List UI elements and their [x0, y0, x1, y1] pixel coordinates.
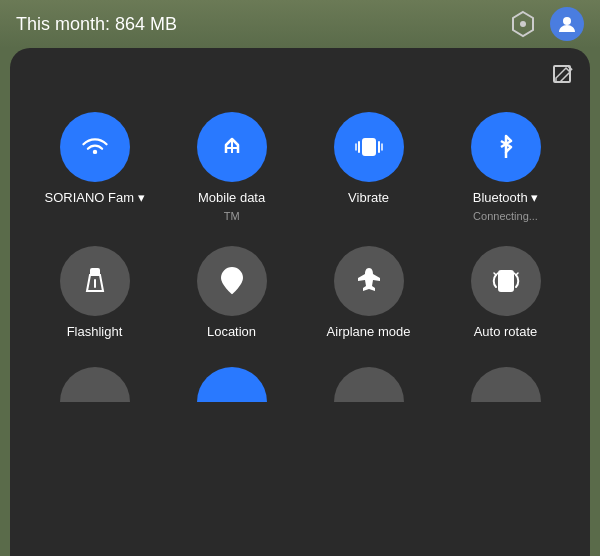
wifi-label: SORIANO Fam ▾ — [44, 190, 144, 206]
partial-circle-1 — [60, 367, 130, 402]
partial-tile-3[interactable] — [319, 367, 419, 402]
bluetooth-sublabel: Connecting... — [473, 210, 538, 222]
tiles-row-1: SORIANO Fam ▾ Mobile data TM — [26, 112, 574, 222]
quick-settings-panel: SORIANO Fam ▾ Mobile data TM — [10, 48, 590, 556]
tiles-row-2: Flashlight Location Airplane mode — [26, 246, 574, 340]
tile-bluetooth[interactable]: Bluetooth ▾ Connecting... — [456, 112, 556, 222]
avatar-icon[interactable] — [550, 7, 584, 41]
bluetooth-label: Bluetooth ▾ — [473, 190, 539, 206]
data-usage-text: This month: 864 MB — [16, 14, 177, 35]
vibrate-label: Vibrate — [348, 190, 389, 206]
bluetooth-circle — [471, 112, 541, 182]
tile-airplane[interactable]: Airplane mode — [319, 246, 419, 340]
flashlight-circle — [60, 246, 130, 316]
tile-vibrate[interactable]: Vibrate — [319, 112, 419, 222]
wifi-circle — [60, 112, 130, 182]
autorotate-label: Auto rotate — [474, 324, 538, 340]
partial-circle-4 — [471, 367, 541, 402]
airplane-label: Airplane mode — [327, 324, 411, 340]
airplane-circle — [334, 246, 404, 316]
tile-autorotate[interactable]: Auto rotate — [456, 246, 556, 340]
partial-circle-3 — [334, 367, 404, 402]
hex-icon — [506, 7, 540, 41]
vibrate-circle — [334, 112, 404, 182]
partial-tile-4[interactable] — [456, 367, 556, 402]
partial-tile-1[interactable] — [45, 367, 145, 402]
edit-icon[interactable] — [552, 64, 574, 92]
tile-flashlight[interactable]: Flashlight — [45, 246, 145, 340]
svg-point-2 — [563, 17, 571, 25]
mobile-data-circle — [197, 112, 267, 182]
partial-circle-2 — [197, 367, 267, 402]
flashlight-label: Flashlight — [67, 324, 123, 340]
status-bar: This month: 864 MB — [0, 0, 600, 48]
svg-point-1 — [520, 21, 526, 27]
mobile-data-sublabel: TM — [224, 210, 240, 222]
autorotate-circle — [471, 246, 541, 316]
status-icons — [506, 7, 584, 41]
tile-location[interactable]: Location — [182, 246, 282, 340]
partial-tile-2[interactable] — [182, 367, 282, 402]
svg-rect-18 — [499, 271, 513, 291]
location-label: Location — [207, 324, 256, 340]
panel-header — [26, 64, 574, 92]
location-circle — [197, 246, 267, 316]
mobile-data-label: Mobile data — [198, 190, 265, 206]
bottom-partial-row — [26, 367, 574, 402]
tile-mobile-data[interactable]: Mobile data TM — [182, 112, 282, 222]
tile-wifi[interactable]: SORIANO Fam ▾ — [44, 112, 144, 222]
